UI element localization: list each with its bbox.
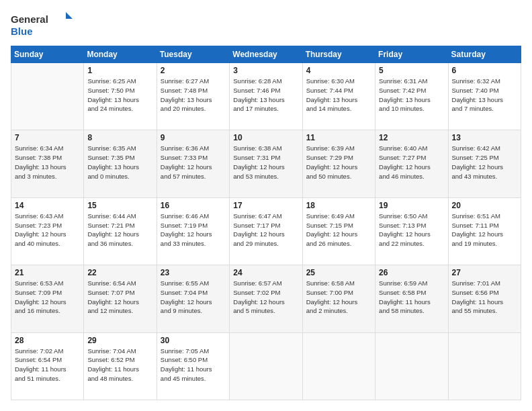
day-number: 5 <box>379 66 444 75</box>
day-info: Sunrise: 6:42 AM Sunset: 7:25 PM Dayligh… <box>452 144 517 181</box>
day-info: Sunrise: 6:57 AM Sunset: 7:02 PM Dayligh… <box>233 279 298 316</box>
weekday-header-tuesday: Tuesday <box>157 46 229 63</box>
calendar-cell: 2Sunrise: 6:27 AM Sunset: 7:48 PM Daylig… <box>157 63 229 130</box>
calendar-cell: 13Sunrise: 6:42 AM Sunset: 7:25 PM Dayli… <box>448 130 521 197</box>
calendar-cell: 14Sunrise: 6:43 AM Sunset: 7:23 PM Dayli… <box>11 197 84 265</box>
day-info: Sunrise: 6:43 AM Sunset: 7:23 PM Dayligh… <box>15 212 80 248</box>
day-number: 28 <box>15 336 80 345</box>
day-number: 26 <box>379 268 444 277</box>
day-info: Sunrise: 6:54 AM Sunset: 7:07 PM Dayligh… <box>87 279 152 316</box>
day-info: Sunrise: 7:01 AM Sunset: 6:56 PM Dayligh… <box>452 279 517 316</box>
day-info: Sunrise: 6:46 AM Sunset: 7:19 PM Dayligh… <box>161 212 226 248</box>
day-number: 14 <box>15 201 80 210</box>
weekday-header-wednesday: Wednesday <box>230 46 302 63</box>
day-number: 16 <box>161 201 226 210</box>
calendar-cell: 21Sunrise: 6:53 AM Sunset: 7:09 PM Dayli… <box>11 265 84 332</box>
day-info: Sunrise: 6:28 AM Sunset: 7:46 PM Dayligh… <box>233 77 298 113</box>
day-info: Sunrise: 6:31 AM Sunset: 7:42 PM Dayligh… <box>379 77 444 113</box>
day-info: Sunrise: 6:59 AM Sunset: 6:58 PM Dayligh… <box>379 279 444 316</box>
day-info: Sunrise: 6:47 AM Sunset: 7:17 PM Dayligh… <box>233 212 298 248</box>
day-number: 6 <box>452 66 517 75</box>
day-number: 27 <box>452 268 517 277</box>
day-info: Sunrise: 7:02 AM Sunset: 6:54 PM Dayligh… <box>15 347 80 383</box>
day-info: Sunrise: 6:58 AM Sunset: 7:00 PM Dayligh… <box>306 279 371 316</box>
calendar-cell: 23Sunrise: 6:55 AM Sunset: 7:04 PM Dayli… <box>157 265 229 332</box>
calendar-cell: 29Sunrise: 7:04 AM Sunset: 6:52 PM Dayli… <box>84 332 157 400</box>
day-number: 11 <box>306 133 371 142</box>
day-number: 13 <box>452 133 517 142</box>
calendar-cell <box>11 63 84 130</box>
day-info: Sunrise: 6:53 AM Sunset: 7:09 PM Dayligh… <box>15 279 80 316</box>
day-number: 7 <box>15 133 80 142</box>
calendar-cell: 19Sunrise: 6:50 AM Sunset: 7:13 PM Dayli… <box>375 197 448 265</box>
day-number: 21 <box>15 268 80 277</box>
weekday-header-sunday: Sunday <box>11 46 84 63</box>
svg-text:Blue: Blue <box>11 26 33 37</box>
day-info: Sunrise: 6:39 AM Sunset: 7:29 PM Dayligh… <box>306 144 371 181</box>
weekday-header-thursday: Thursday <box>302 46 375 63</box>
calendar-cell: 12Sunrise: 6:40 AM Sunset: 7:27 PM Dayli… <box>375 130 448 197</box>
svg-text:General: General <box>11 13 48 25</box>
day-number: 19 <box>379 201 444 210</box>
day-number: 10 <box>233 133 298 142</box>
day-number: 23 <box>161 268 226 277</box>
day-info: Sunrise: 6:49 AM Sunset: 7:15 PM Dayligh… <box>306 212 371 248</box>
calendar-cell <box>302 332 375 400</box>
calendar-cell: 26Sunrise: 6:59 AM Sunset: 6:58 PM Dayli… <box>375 265 448 332</box>
day-number: 30 <box>161 336 226 345</box>
calendar-cell: 27Sunrise: 7:01 AM Sunset: 6:56 PM Dayli… <box>448 265 521 332</box>
week-row-3: 14Sunrise: 6:43 AM Sunset: 7:23 PM Dayli… <box>11 197 521 265</box>
day-info: Sunrise: 6:55 AM Sunset: 7:04 PM Dayligh… <box>161 279 226 316</box>
day-number: 22 <box>87 268 152 277</box>
weekday-header-friday: Friday <box>375 46 448 63</box>
day-number: 1 <box>87 66 152 75</box>
calendar-cell: 3Sunrise: 6:28 AM Sunset: 7:46 PM Daylig… <box>230 63 302 130</box>
week-row-1: 1Sunrise: 6:25 AM Sunset: 7:50 PM Daylig… <box>11 63 521 130</box>
calendar-cell <box>448 332 521 400</box>
calendar-cell: 1Sunrise: 6:25 AM Sunset: 7:50 PM Daylig… <box>84 63 157 130</box>
day-info: Sunrise: 6:40 AM Sunset: 7:27 PM Dayligh… <box>379 144 444 181</box>
week-row-5: 28Sunrise: 7:02 AM Sunset: 6:54 PM Dayli… <box>11 332 521 400</box>
calendar-cell: 15Sunrise: 6:44 AM Sunset: 7:21 PM Dayli… <box>84 197 157 265</box>
calendar-cell: 16Sunrise: 6:46 AM Sunset: 7:19 PM Dayli… <box>157 197 229 265</box>
day-number: 4 <box>306 66 371 75</box>
day-info: Sunrise: 6:35 AM Sunset: 7:35 PM Dayligh… <box>87 144 152 181</box>
calendar-cell: 6Sunrise: 6:32 AM Sunset: 7:40 PM Daylig… <box>448 63 521 130</box>
calendar-cell: 22Sunrise: 6:54 AM Sunset: 7:07 PM Dayli… <box>84 265 157 332</box>
day-info: Sunrise: 6:32 AM Sunset: 7:40 PM Dayligh… <box>452 77 517 113</box>
svg-marker-1 <box>66 12 73 19</box>
calendar-cell: 25Sunrise: 6:58 AM Sunset: 7:00 PM Dayli… <box>302 265 375 332</box>
calendar-cell: 7Sunrise: 6:34 AM Sunset: 7:38 PM Daylig… <box>11 130 84 197</box>
day-number: 8 <box>87 133 152 142</box>
day-info: Sunrise: 6:38 AM Sunset: 7:31 PM Dayligh… <box>233 144 298 181</box>
day-number: 3 <box>233 66 298 75</box>
day-number: 15 <box>87 201 152 210</box>
weekday-header-row: SundayMondayTuesdayWednesdayThursdayFrid… <box>11 46 521 63</box>
day-number: 24 <box>233 268 298 277</box>
logo: General Blue <box>11 11 78 39</box>
day-info: Sunrise: 6:25 AM Sunset: 7:50 PM Dayligh… <box>87 77 152 113</box>
calendar-table: SundayMondayTuesdayWednesdayThursdayFrid… <box>11 46 521 400</box>
calendar-cell: 9Sunrise: 6:36 AM Sunset: 7:33 PM Daylig… <box>157 130 229 197</box>
logo-svg: General Blue <box>11 11 78 39</box>
day-info: Sunrise: 6:44 AM Sunset: 7:21 PM Dayligh… <box>87 212 152 248</box>
calendar-cell <box>375 332 448 400</box>
calendar-cell: 18Sunrise: 6:49 AM Sunset: 7:15 PM Dayli… <box>302 197 375 265</box>
calendar-cell: 11Sunrise: 6:39 AM Sunset: 7:29 PM Dayli… <box>302 130 375 197</box>
calendar-cell: 4Sunrise: 6:30 AM Sunset: 7:44 PM Daylig… <box>302 63 375 130</box>
day-number: 17 <box>233 201 298 210</box>
day-info: Sunrise: 7:04 AM Sunset: 6:52 PM Dayligh… <box>87 347 152 383</box>
calendar-cell: 17Sunrise: 6:47 AM Sunset: 7:17 PM Dayli… <box>230 197 302 265</box>
header: General Blue <box>11 11 521 39</box>
day-number: 20 <box>452 201 517 210</box>
day-number: 12 <box>379 133 444 142</box>
weekday-header-monday: Monday <box>84 46 157 63</box>
day-info: Sunrise: 7:05 AM Sunset: 6:50 PM Dayligh… <box>161 347 226 383</box>
calendar-cell: 8Sunrise: 6:35 AM Sunset: 7:35 PM Daylig… <box>84 130 157 197</box>
weekday-header-saturday: Saturday <box>448 46 521 63</box>
day-info: Sunrise: 6:36 AM Sunset: 7:33 PM Dayligh… <box>161 144 226 181</box>
day-number: 2 <box>161 66 226 75</box>
day-info: Sunrise: 6:50 AM Sunset: 7:13 PM Dayligh… <box>379 212 444 248</box>
day-info: Sunrise: 6:51 AM Sunset: 7:11 PM Dayligh… <box>452 212 517 248</box>
page: General Blue SundayMondayTuesdayWednesda… <box>0 0 532 411</box>
